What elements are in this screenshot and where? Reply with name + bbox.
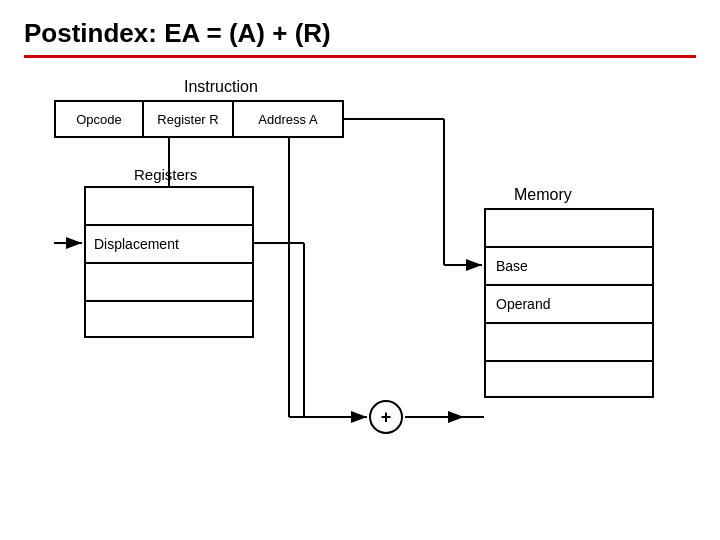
diagram-area: Instruction Opcode Register R Address A … xyxy=(24,78,704,518)
opcode-box: Opcode xyxy=(54,100,144,138)
memory-row-base: Base xyxy=(484,246,654,284)
registers-label: Registers xyxy=(134,166,197,183)
memory-row-1 xyxy=(484,208,654,246)
registers-block: Displacement xyxy=(84,186,254,338)
register-r-box: Register R xyxy=(144,100,234,138)
memory-row-5 xyxy=(484,360,654,398)
page: Postindex: EA = (A) + (R) Instruction Op… xyxy=(0,0,720,540)
register-row-1 xyxy=(84,186,254,224)
plus-circle: + xyxy=(369,400,403,434)
register-row-3 xyxy=(84,262,254,300)
page-title: Postindex: EA = (A) + (R) xyxy=(24,18,696,49)
plus-symbol: + xyxy=(381,407,392,428)
instruction-label: Instruction xyxy=(184,78,258,96)
address-a-box: Address A xyxy=(234,100,344,138)
displacement-label: Displacement xyxy=(94,236,179,252)
register-row-4 xyxy=(84,300,254,338)
memory-row-4 xyxy=(484,322,654,360)
register-row-displacement: Displacement xyxy=(84,224,254,262)
title-underline xyxy=(24,55,696,58)
instruction-row: Opcode Register R Address A xyxy=(54,100,344,138)
memory-row-operand: Operand xyxy=(484,284,654,322)
operand-label: Operand xyxy=(496,296,550,312)
memory-block: Base Operand xyxy=(484,208,654,398)
base-label: Base xyxy=(496,258,528,274)
memory-label: Memory xyxy=(514,186,572,204)
